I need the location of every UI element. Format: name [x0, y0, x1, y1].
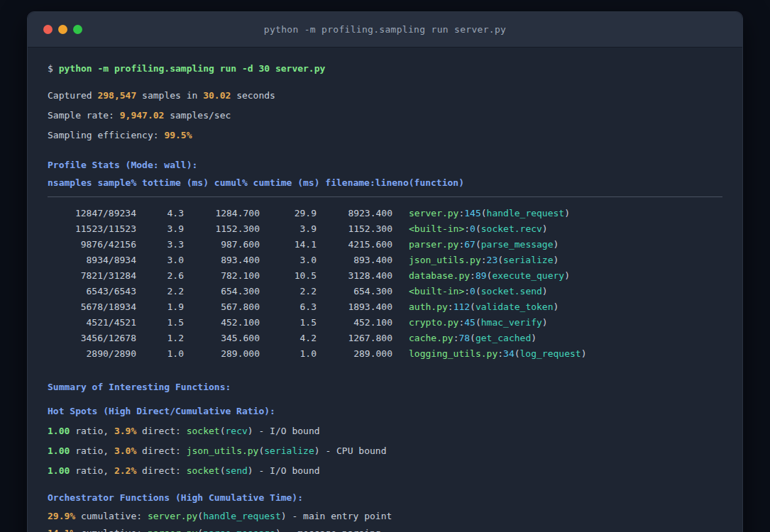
cell-sample-pct: 2.2: [136, 284, 184, 299]
punct: (: [470, 301, 475, 312]
direct-label: direct:: [136, 426, 186, 436]
cell-sample-pct: 2.6: [136, 268, 184, 284]
punct: :: [464, 286, 470, 297]
cell-location: <built-in>:0(socket.recv): [392, 221, 722, 237]
hot-spots-heading: Hot Spots (High Direct/Cumulative Ratio)…: [48, 401, 722, 421]
cell-cumul-pct: 1.0: [260, 346, 317, 362]
cell-location: cache.py:78(get_cached): [392, 331, 722, 346]
function-name: recv: [226, 426, 248, 436]
cell-tottime: 987.600: [184, 237, 260, 253]
target-name: socket: [187, 426, 220, 436]
cell-tottime: 654.300: [184, 284, 260, 299]
direct-pct: 2.2%: [114, 465, 136, 476]
line-number: 34: [503, 348, 515, 359]
description: - main entry point: [287, 511, 392, 521]
table-row: 8934/89343.0893.4003.0893.400json_utils.…: [48, 253, 722, 268]
file-name: crypto.py: [409, 317, 458, 328]
cell-nsamples: 3456/12678: [48, 331, 136, 346]
cell-cumul-pct: 6.3: [260, 299, 317, 315]
function-name: handle_request: [203, 511, 281, 521]
profile-table: 12847/892344.31284.70029.98923.400server…: [48, 206, 722, 362]
cell-nsamples: 7821/31284: [48, 268, 136, 284]
punct: (: [197, 528, 203, 532]
cumulative-label: cumulative:: [75, 528, 148, 532]
punct: ): [248, 426, 253, 436]
cell-tottime: 893.400: [184, 253, 260, 268]
cell-tottime: 289.000: [184, 346, 260, 362]
cell-tottime: 1284.700: [184, 206, 260, 221]
cell-tottime: 567.800: [184, 299, 260, 315]
file-name: <built-in>: [409, 286, 464, 297]
cell-sample-pct: 3.3: [136, 237, 184, 253]
cell-location: crypto.py:45(hmac_verify): [392, 315, 722, 331]
file-name: logging_utils.py: [409, 348, 497, 359]
cell-sample-pct: 1.2: [136, 331, 184, 346]
punct: ): [531, 333, 537, 343]
function-name: parse_message: [481, 239, 554, 250]
traffic-lights: [43, 25, 82, 34]
ratio-label: ratio,: [70, 426, 114, 436]
punct: (: [475, 223, 481, 234]
description: - I/O bound: [253, 465, 320, 476]
ratio-value: 1.00: [48, 465, 70, 476]
punct: :: [497, 348, 503, 359]
punct: :: [470, 270, 475, 281]
table-row: 2890/28901.0289.0001.0289.000logging_uti…: [48, 346, 722, 362]
cell-location: parser.py:67(parse_message): [392, 237, 722, 253]
cell-location: server.py:145(handle_request): [392, 206, 722, 221]
hot-spot-line: 1.00 ratio, 3.0% direct: json_utils.py(s…: [48, 441, 722, 461]
ratio-value: 1.00: [48, 445, 70, 456]
cell-location: json_utils.py:23(serialize): [392, 253, 722, 268]
table-row: 11523/115233.91152.3003.91152.300<built-…: [48, 221, 722, 237]
table-divider: [48, 196, 722, 197]
punct: ): [275, 528, 281, 532]
line-number: 145: [464, 208, 480, 218]
cell-nsamples: 2890/2890: [48, 346, 136, 362]
cell-cumtime: 1152.300: [317, 221, 392, 237]
table-row: 12847/892344.31284.70029.98923.400server…: [48, 206, 722, 221]
file-name: json_utils.py: [409, 255, 481, 265]
line-number: 23: [487, 255, 498, 265]
table-column-header: nsamples sample% tottime (ms) cumul% cum…: [48, 175, 722, 191]
punct: ): [554, 239, 559, 250]
captured-post-label: seconds: [231, 90, 275, 101]
minimize-window-button[interactable]: [58, 25, 67, 34]
punct: :: [448, 301, 453, 312]
cell-cumul-pct: 4.2: [260, 331, 317, 346]
direct-label: direct:: [136, 445, 186, 456]
profile-stats-heading: Profile Stats (Mode: wall):: [48, 155, 722, 175]
captured-line: Captured 298,547 samples in 30.02 second…: [48, 86, 722, 106]
punct: ): [248, 465, 253, 476]
cell-cumtime: 452.100: [317, 315, 392, 331]
cell-nsamples: 11523/11523: [48, 221, 136, 237]
function-name: serialize: [503, 255, 553, 265]
cell-cumul-pct: 3.0: [260, 253, 317, 268]
punct: ): [581, 348, 587, 359]
punct: ): [554, 255, 559, 265]
file-name: parser.py: [409, 239, 458, 250]
table-row: 4521/45211.5452.1001.5452.100crypto.py:4…: [48, 315, 722, 331]
function-name: validate_token: [475, 301, 554, 312]
hot-spot-line: 1.00 ratio, 3.9% direct: socket(recv) - …: [48, 421, 722, 441]
terminal-window: python -m profiling.sampling run server.…: [27, 11, 743, 532]
ratio-value: 1.00: [48, 426, 70, 436]
cell-location: database.py:89(execute_query): [392, 268, 722, 284]
sample-rate-value: 9,947.02: [120, 110, 165, 121]
cell-nsamples: 6543/6543: [48, 284, 136, 299]
captured-label: Captured: [48, 90, 97, 101]
maximize-window-button[interactable]: [73, 25, 82, 34]
cell-cumtime: 654.300: [317, 284, 392, 299]
terminal-content[interactable]: $ python -m profiling.sampling run -d 30…: [28, 48, 742, 532]
ratio-label: ratio,: [70, 445, 114, 456]
cell-sample-pct: 1.0: [136, 346, 184, 362]
cell-cumtime: 3128.400: [317, 268, 392, 284]
cell-sample-pct: 3.9: [136, 221, 184, 237]
close-window-button[interactable]: [43, 25, 53, 34]
ratio-label: ratio,: [70, 465, 114, 476]
cell-location: logging_utils.py:34(log_request): [392, 346, 722, 362]
cell-sample-pct: 3.0: [136, 253, 184, 268]
cell-cumul-pct: 10.5: [260, 268, 317, 284]
efficiency-label: Sampling efficiency:: [48, 130, 164, 140]
efficiency-value: 99.5%: [164, 130, 192, 140]
punct: (: [220, 465, 226, 476]
